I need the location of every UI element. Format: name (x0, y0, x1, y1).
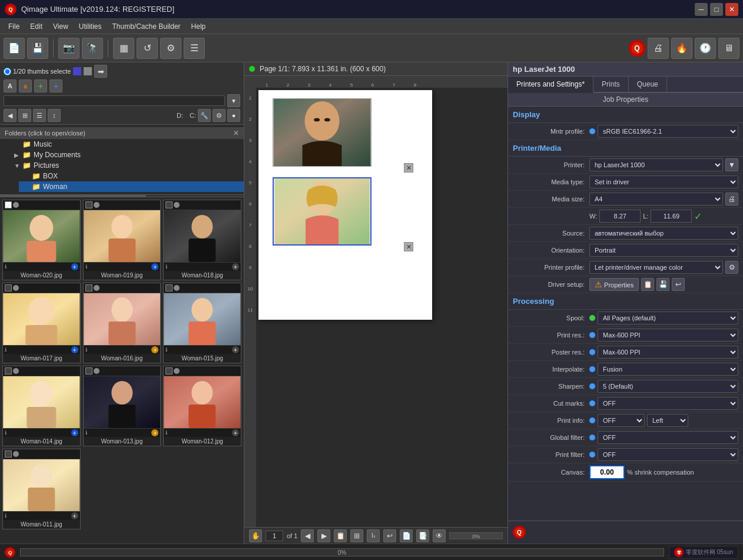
thumb-check-017[interactable] (5, 284, 12, 291)
thumb-item-015[interactable]: ℹ + Woman-015.jpg (163, 283, 241, 363)
printer-select[interactable]: hp LaserJet 1000 (589, 158, 723, 171)
global-filter-select[interactable]: OFF (598, 431, 738, 444)
add-blue-button[interactable]: + (49, 79, 62, 92)
driver-save-button[interactable]: 💾 (656, 278, 669, 291)
menu-utilities[interactable]: Utilities (74, 21, 107, 32)
mntr-profile-select[interactable]: sRGB IEC61966-2.1 (598, 125, 738, 138)
sharpen-select[interactable]: 5 (Default) (598, 380, 738, 393)
tree-item-pictures[interactable]: ▼ 📁 Pictures (9, 160, 244, 171)
menu-thumb-cache[interactable]: Thumb/Cache Builder (108, 21, 185, 32)
print-info-select[interactable]: OFF (598, 414, 645, 427)
settings-button[interactable]: ⚙ (160, 38, 181, 59)
thumb-add-016[interactable]: + (151, 346, 158, 353)
thumb-item-019[interactable]: ℹ + Woman-019.jpg (83, 200, 161, 280)
refresh2-button[interactable]: ● (227, 109, 240, 122)
cut-marks-select[interactable]: OFF (598, 397, 738, 410)
thumb-item-016[interactable]: ℹ + Woman-016.jpg (83, 283, 161, 363)
thumb-check-015[interactable] (165, 284, 173, 291)
nav-text-button[interactable]: Iₛ (367, 529, 380, 542)
canvas-value-input[interactable] (589, 465, 625, 479)
filepath-input[interactable]: F:\Documents\Pictures\Woman (4, 95, 225, 106)
folder-header[interactable]: Folders (click to open/close) ✕ (0, 127, 244, 139)
page-canvas[interactable]: ✕ (258, 90, 432, 320)
tab-queue[interactable]: Queue (629, 77, 667, 92)
thumb-add-019[interactable]: + (151, 263, 158, 270)
thumb-item-017[interactable]: ℹ + Woman-017.jpg (2, 283, 81, 363)
thumb-add-017[interactable]: + (71, 346, 78, 353)
thumb-add-015[interactable]: + (232, 346, 239, 353)
driver-undo-button[interactable]: ↩ (672, 278, 685, 291)
media-type-select[interactable]: Set in driver (589, 175, 738, 188)
thumb-add-018[interactable]: + (232, 263, 239, 270)
list-button[interactable]: ☰ (184, 38, 205, 59)
tree-item-mydocs[interactable]: ▶ 📁 My Documents (9, 150, 244, 160)
thumb-item-012[interactable]: ℹ + Woman-012.jpg (163, 366, 241, 446)
tree-item-box[interactable]: 📁 BOX (19, 171, 244, 181)
thumb-check-019[interactable] (85, 201, 92, 208)
thumb-check-012[interactable] (165, 367, 173, 375)
minimize-button[interactable]: ─ (695, 3, 708, 16)
nav-copy-button[interactable]: 📑 (416, 529, 429, 542)
thumb-item-013[interactable]: ℹ + Woman-013.jpg (83, 366, 161, 446)
monitor-button[interactable]: 🖥 (718, 38, 739, 59)
nav-page2-button[interactable]: 📄 (400, 529, 413, 542)
tab-prints[interactable]: Prints (593, 77, 629, 92)
print-info-pos-select[interactable]: Left (647, 414, 688, 427)
nav-sort-button[interactable]: ↕ (48, 109, 61, 122)
print-button[interactable]: 🖨 (648, 38, 669, 59)
forward-arrow-button[interactable]: ➡ (94, 65, 107, 78)
save-button[interactable]: 💾 (27, 38, 48, 59)
thumb-check-018[interactable] (165, 201, 173, 208)
tree-item-woman[interactable]: 📁 Woman (19, 181, 244, 192)
clock-button[interactable]: 🕐 (695, 38, 716, 59)
media-size-extra-button[interactable]: 🖨 (725, 193, 738, 206)
menu-help[interactable]: Help (187, 21, 211, 32)
driver-copy-button[interactable]: 📋 (641, 278, 654, 291)
thumb-add-013[interactable]: + (151, 429, 158, 436)
nav-back-button[interactable]: ◀ (4, 109, 16, 122)
media-size-select[interactable]: A4 (589, 193, 723, 206)
width-input[interactable] (599, 210, 641, 223)
nav-next-button[interactable]: ▶ (317, 529, 330, 542)
nav-hand-button[interactable]: ✋ (249, 529, 262, 542)
menu-view[interactable]: View (48, 21, 73, 32)
thumb-check-011[interactable] (5, 450, 12, 458)
camera-button[interactable]: 📷 (58, 38, 79, 59)
nav-grid2-button[interactable]: ⊞ (350, 529, 363, 542)
close-button[interactable]: ✕ (725, 3, 738, 16)
thumb-item-014[interactable]: ℹ + Woman-014.jpg (2, 366, 81, 446)
tree-item-music[interactable]: 📁 Music (9, 139, 244, 150)
page-number-input[interactable] (266, 531, 283, 541)
tab-printers-settings[interactable]: Printers and Settings* (508, 77, 593, 93)
amazon-button[interactable]: a (19, 79, 32, 92)
flame-button[interactable]: 🔥 (671, 38, 692, 59)
menu-edit[interactable]: Edit (25, 21, 47, 32)
camera2-button[interactable]: 🔭 (82, 38, 103, 59)
printer-profile-extra-button[interactable]: ⚙ (725, 261, 738, 274)
print-res-select[interactable]: Max-600 PPI (598, 329, 738, 342)
thumb-radio[interactable] (4, 68, 11, 75)
height-input[interactable] (651, 210, 692, 223)
thumb-add-020[interactable]: + (71, 263, 78, 270)
path-icon-button[interactable]: A (4, 79, 16, 92)
driver-properties-button[interactable]: ⚠ Properties (589, 278, 639, 291)
new-button[interactable]: 📄 (4, 38, 25, 59)
close-image-2[interactable]: ✕ (404, 242, 413, 251)
nav-list-button[interactable]: ☰ (33, 109, 46, 122)
printer-settings-button[interactable]: ▼ (725, 158, 738, 171)
thumb-check-013[interactable] (85, 367, 92, 375)
settings2-button[interactable]: ⚙ (213, 109, 225, 122)
orientation-select[interactable]: Portrait (589, 244, 738, 257)
path-dropdown-button[interactable]: ▼ (227, 94, 240, 107)
thumb-item-011[interactable]: ℹ + Woman-011.jpg (2, 449, 81, 529)
source-select[interactable]: автоматический выбор (589, 227, 738, 240)
menu-file[interactable]: File (4, 21, 24, 32)
thumb-check-020[interactable]: ✓ (5, 201, 12, 208)
printer-profile-select[interactable]: Let printer/driver manage color (589, 261, 723, 274)
interpolate-select[interactable]: Fusion (598, 363, 738, 376)
maximize-button[interactable]: □ (710, 3, 723, 16)
nav-prev-button[interactable]: ◀ (301, 529, 314, 542)
thumb-add-012[interactable]: + (232, 429, 239, 436)
close-image-1[interactable]: ✕ (404, 163, 413, 173)
thumb-item-018[interactable]: ℹ + Woman-018.jpg (163, 200, 241, 280)
